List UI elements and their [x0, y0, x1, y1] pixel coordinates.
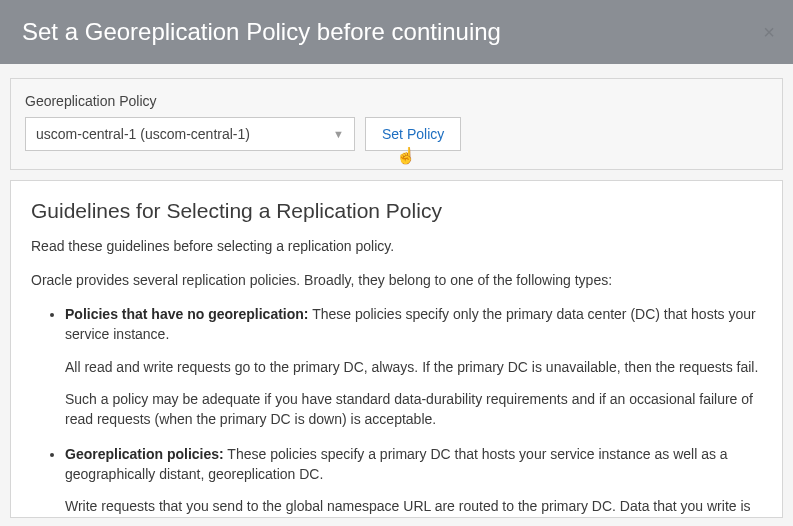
list-item: Georeplication policies: These policies … [65, 444, 762, 518]
policy-panel: Georeplication Policy uscom-central-1 (u… [10, 78, 783, 170]
item2-lead: Georeplication policies: [65, 446, 224, 462]
policy-select-value: uscom-central-1 (uscom-central-1) [36, 126, 250, 142]
dialog-header: Set a Georeplication Policy before conti… [0, 0, 793, 64]
guidelines-panel[interactable]: Guidelines for Selecting a Replication P… [10, 180, 783, 518]
chevron-down-icon: ▼ [333, 128, 344, 140]
policy-label: Georeplication Policy [25, 93, 768, 109]
guidelines-title: Guidelines for Selecting a Replication P… [31, 199, 762, 223]
item1-p3: Such a policy may be adequate if you hav… [65, 389, 762, 430]
dialog-title: Set a Georeplication Policy before conti… [22, 18, 771, 46]
item1-lead: Policies that have no georeplication: [65, 306, 309, 322]
guidelines-intro1: Read these guidelines before selecting a… [31, 237, 762, 257]
policy-select[interactable]: uscom-central-1 (uscom-central-1) ▼ [25, 117, 355, 151]
item2-p2: Write requests that you send to the glob… [65, 496, 762, 518]
set-policy-button[interactable]: Set Policy [365, 117, 461, 151]
item1-p2: All read and write requests go to the pr… [65, 357, 762, 377]
guidelines-list: Policies that have no georeplication: Th… [31, 304, 762, 518]
guidelines-intro2: Oracle provides several replication poli… [31, 271, 762, 291]
close-icon[interactable]: × [763, 21, 775, 44]
policy-row: uscom-central-1 (uscom-central-1) ▼ Set … [25, 117, 768, 151]
list-item: Policies that have no georeplication: Th… [65, 304, 762, 429]
